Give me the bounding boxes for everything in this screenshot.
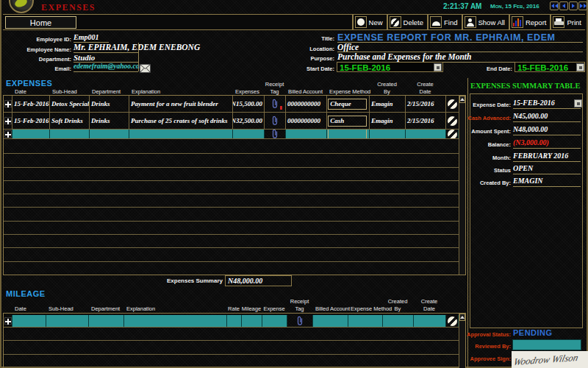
cell-explanation[interactable]: Payment for a new fruit blender bbox=[129, 100, 218, 107]
cell-expense-method[interactable]: Cash bbox=[328, 116, 366, 127]
paperclip-icon bbox=[272, 99, 278, 109]
cell-expense-method[interactable]: Cheque bbox=[328, 99, 366, 110]
cell-expenses[interactable]: N15,500.00 bbox=[233, 100, 264, 107]
purpose-label: Purpose: bbox=[310, 55, 334, 62]
expense-date-value[interactable]: 15-FEB-2016 bbox=[513, 99, 555, 107]
cell-date[interactable]: 15-Feb-2016 bbox=[12, 100, 49, 107]
employee-id-value[interactable]: Emp001 bbox=[74, 33, 98, 41]
expense-date-picker-button[interactable] bbox=[574, 99, 582, 107]
cell-receipt-tag[interactable] bbox=[265, 130, 286, 138]
end-date-value[interactable]: 15-FEB-2016 bbox=[517, 63, 568, 72]
next-record-button[interactable] bbox=[569, 1, 578, 10]
find-button[interactable]: Find bbox=[427, 15, 461, 29]
cell-created-by[interactable]: Emagin bbox=[370, 117, 393, 124]
expenses-summary-value: N48,000.00 bbox=[228, 277, 262, 285]
mileage-row-new[interactable] bbox=[4, 315, 465, 328]
send-email-button[interactable] bbox=[140, 63, 151, 76]
cell-department[interactable]: Drinks bbox=[90, 100, 110, 107]
reviewed-by-field[interactable] bbox=[512, 339, 581, 350]
row-drag-handle[interactable] bbox=[4, 96, 12, 112]
show-all-button[interactable]: Show All bbox=[462, 15, 509, 29]
record-navigation bbox=[550, 1, 587, 10]
employee-name-label: Employee Name: bbox=[27, 46, 71, 53]
col-date: Date bbox=[12, 305, 46, 312]
cell-expense-method[interactable] bbox=[328, 130, 366, 138]
purpose-value[interactable]: Purchase and Expenses for the Month bbox=[337, 52, 471, 61]
col-mileage: Mileage bbox=[241, 305, 262, 312]
col-created-by: Created By bbox=[369, 81, 405, 95]
summary-panel-title: EXPENSES SUMMARY TABLE bbox=[470, 82, 580, 90]
edit-row-button[interactable] bbox=[446, 130, 459, 138]
edit-row-button[interactable] bbox=[446, 96, 459, 112]
cell-sub-head[interactable]: Soft Drinks bbox=[50, 117, 83, 124]
report-button[interactable]: Report bbox=[509, 15, 551, 29]
edit-icon bbox=[448, 99, 457, 109]
mileage-scrollbar[interactable] bbox=[459, 314, 465, 368]
col-receipt-tag: Receipt Tag bbox=[264, 81, 285, 95]
delete-button[interactable]: Delete bbox=[387, 15, 427, 29]
row-drag-handle[interactable] bbox=[4, 130, 12, 138]
end-date-picker-button[interactable] bbox=[576, 63, 584, 71]
department-value[interactable]: Studio bbox=[74, 53, 95, 62]
row-drag-handle[interactable] bbox=[4, 113, 12, 129]
balance-value[interactable]: (N3,000.00) bbox=[513, 138, 549, 146]
col-sub-head: Sub-Head bbox=[49, 88, 89, 95]
cell-receipt-tag[interactable] bbox=[287, 315, 313, 327]
col-department: Department bbox=[88, 305, 123, 312]
scroll-up-icon[interactable] bbox=[459, 314, 465, 321]
print-button[interactable]: Print bbox=[550, 15, 585, 29]
cell-department[interactable]: Drinks bbox=[90, 117, 110, 124]
mileage-table-header: Date Sub-Head Department Explanation Rat… bbox=[3, 298, 466, 312]
cell-date[interactable]: 15-Feb-2016 bbox=[12, 117, 49, 124]
print-icon bbox=[553, 16, 564, 28]
find-icon bbox=[430, 16, 442, 28]
col-create-date: Create Date bbox=[413, 298, 445, 312]
last-record-button[interactable] bbox=[578, 1, 587, 10]
first-record-button[interactable] bbox=[550, 1, 559, 10]
expense-row-new[interactable] bbox=[4, 130, 465, 139]
approvee-signature-field[interactable]: Woodrow Wilson bbox=[512, 351, 588, 368]
expense-row-2[interactable]: 15-Feb-2016 Soft Drinks Drinks Purchase … bbox=[4, 113, 465, 130]
previous-record-button[interactable] bbox=[559, 1, 568, 10]
col-expenses: Expenses bbox=[232, 88, 264, 95]
clock-date: Mon, 15 Feb, 2016 bbox=[490, 3, 539, 10]
cell-create-date[interactable]: 2/15/2016 bbox=[406, 117, 434, 124]
cell-expenses[interactable]: N32,500.00 bbox=[233, 117, 264, 124]
cell-explanation[interactable]: Purchase of 25 crates of soft drinks bbox=[129, 117, 228, 124]
col-date: Date bbox=[12, 88, 49, 95]
row-drag-handle[interactable] bbox=[4, 315, 12, 327]
cell-receipt-tag[interactable] bbox=[265, 113, 286, 129]
start-date-label: Start Date: bbox=[306, 66, 334, 72]
cell-billed-account[interactable]: 0000000000 bbox=[286, 117, 320, 124]
expenses-scrollbar[interactable] bbox=[459, 96, 465, 275]
col-expense-method: Expense Method bbox=[326, 88, 369, 95]
envelope-icon bbox=[140, 64, 151, 73]
move-icon bbox=[4, 100, 12, 107]
employee-name-value[interactable]: Mr. EPHRAIM, EDEM ENEBONG bbox=[74, 43, 200, 52]
col-create-date: Create Date bbox=[405, 81, 445, 95]
status-value[interactable]: OPEN bbox=[513, 164, 533, 172]
expense-row-1[interactable]: 15-Feb-2016 Detox Special Drinks Payment… bbox=[4, 96, 465, 113]
col-rate: Rate bbox=[226, 305, 241, 312]
new-button[interactable]: New bbox=[352, 15, 387, 29]
report-title-value[interactable]: EXPENSE REPORT FOR MR. EPHRAIM, EDEM bbox=[337, 32, 556, 43]
scroll-up-icon[interactable] bbox=[459, 96, 465, 103]
edit-row-button[interactable] bbox=[446, 113, 459, 129]
start-date-picker-button[interactable] bbox=[434, 63, 442, 71]
cell-create-date[interactable]: 2/15/2016 bbox=[406, 100, 434, 107]
amount-spent-value[interactable]: N48,000.00 bbox=[513, 125, 548, 133]
cell-created-by[interactable]: Emagin bbox=[370, 100, 393, 107]
home-button[interactable]: Home bbox=[5, 16, 76, 29]
edit-icon bbox=[448, 316, 457, 326]
panel-created-by-value[interactable]: EMAGIN bbox=[513, 177, 543, 185]
cash-advanced-value[interactable]: N45,000.00 bbox=[513, 112, 548, 120]
month-value[interactable]: FEBRUARY 2016 bbox=[513, 152, 568, 160]
edit-icon bbox=[448, 116, 457, 126]
edit-row-button[interactable] bbox=[446, 315, 459, 327]
cell-receipt-tag[interactable] bbox=[265, 96, 286, 112]
location-value[interactable]: Office bbox=[337, 43, 359, 52]
start-date-value[interactable]: 15-FEB-2016 bbox=[340, 63, 390, 72]
cell-sub-head[interactable]: Detox Special bbox=[50, 100, 89, 107]
cell-billed-account[interactable]: 0000000000 bbox=[286, 100, 320, 107]
email-value[interactable]: edemefraim@yahoo.com bbox=[74, 63, 145, 70]
